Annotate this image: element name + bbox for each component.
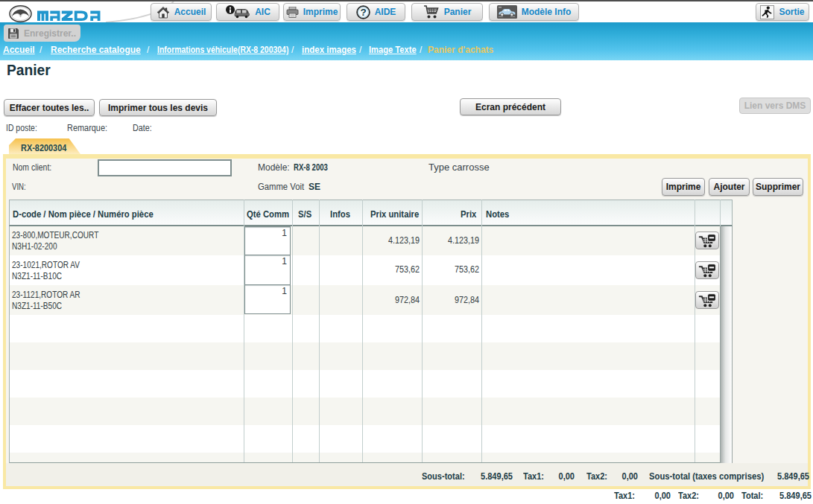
svg-text:?: ? (360, 7, 366, 18)
